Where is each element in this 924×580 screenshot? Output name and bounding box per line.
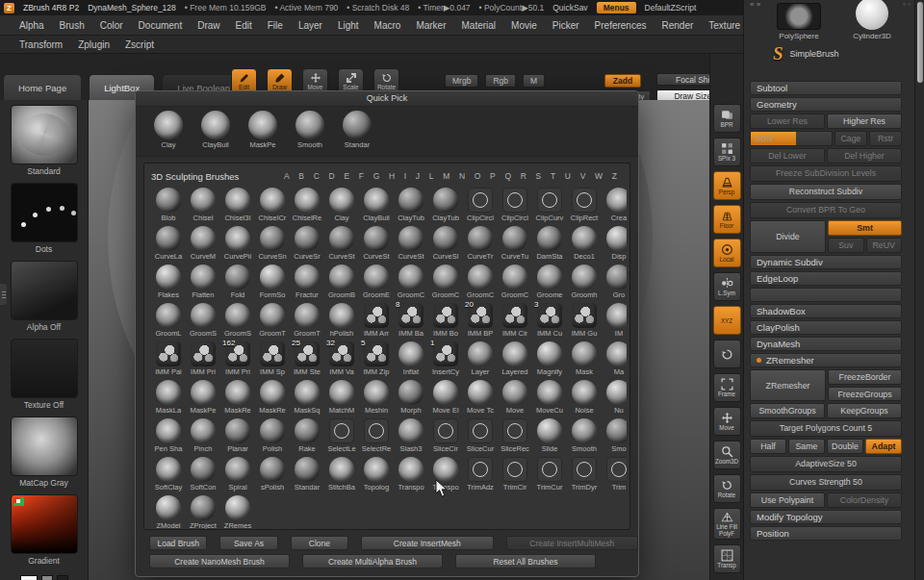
brush-curvetu[interactable]: CurveTu bbox=[498, 225, 532, 264]
view-rotate[interactable]: Rotate bbox=[713, 474, 741, 503]
swatch-gray[interactable] bbox=[41, 575, 53, 580]
brush-groomc[interactable]: GroomC bbox=[394, 264, 428, 302]
zadd-button[interactable]: Zadd bbox=[604, 74, 641, 88]
double-button[interactable]: Double bbox=[827, 439, 863, 454]
current-tool-item[interactable]: S SimpleBrush bbox=[773, 44, 839, 63]
button-clone[interactable]: Clone bbox=[291, 536, 348, 550]
brush-slash3[interactable]: Slash3 bbox=[394, 417, 428, 456]
brush-maskre[interactable]: MaskRe bbox=[255, 379, 290, 417]
brush-zmodel[interactable]: ZModel bbox=[151, 494, 186, 530]
rstr-button[interactable]: Rstr bbox=[869, 131, 902, 146]
brush-pen-sha[interactable]: Pen Sha bbox=[151, 417, 186, 456]
brush-cliprect[interactable]: ClipRect bbox=[567, 187, 602, 225]
brush-planar[interactable]: Planar bbox=[220, 417, 255, 456]
shelf-polysphere[interactable]: PolySphere bbox=[769, 3, 829, 40]
convert-bpr-button[interactable]: Convert BPR To Geo bbox=[750, 202, 902, 218]
brush-groomc[interactable]: GroomC bbox=[463, 264, 498, 302]
brush-clay[interactable]: Clay bbox=[147, 110, 190, 149]
brush-mask[interactable]: Mask bbox=[567, 340, 602, 379]
brush-claybuil[interactable]: ClayBuil bbox=[359, 187, 394, 225]
alphabet-letter-z[interactable]: Z bbox=[612, 171, 617, 181]
suv-button[interactable]: Suv bbox=[828, 238, 864, 253]
brush-slicecur[interactable]: SliceCur bbox=[463, 417, 498, 456]
alphabet-letter-v[interactable]: V bbox=[580, 171, 586, 181]
curves-strength-slider[interactable]: Curves Strength 50 bbox=[750, 474, 902, 491]
alphabet-letter-h[interactable]: H bbox=[389, 171, 395, 181]
brush-disp[interactable]: Disp bbox=[602, 225, 627, 264]
smt-button[interactable]: Smt bbox=[828, 220, 902, 236]
button-create-multialpha-brush[interactable]: Create MultiAlpha Brush bbox=[302, 554, 443, 568]
alphabet-letter-p[interactable]: P bbox=[490, 171, 496, 181]
brush-trimcir[interactable]: TrimCir bbox=[498, 456, 532, 494]
button-save-as[interactable]: Save As bbox=[219, 536, 277, 550]
brush-blob[interactable]: Blob bbox=[151, 187, 186, 225]
brush-imm-ba[interactable]: 8IMM Ba bbox=[394, 302, 428, 340]
alphabet-letter-w[interactable]: W bbox=[595, 171, 603, 181]
brush-grooms[interactable]: GroomS bbox=[220, 302, 255, 340]
lower-res-button[interactable]: Lower Res bbox=[750, 113, 825, 129]
brush-groomb[interactable]: GroomB bbox=[324, 264, 359, 302]
brush-clipcircl[interactable]: ClipCircl bbox=[463, 187, 498, 225]
view-move[interactable]: Move bbox=[713, 407, 741, 436]
brush-imm-cu[interactable]: 3IMM Cu bbox=[532, 302, 567, 340]
brush-groomh[interactable]: Groomh bbox=[567, 264, 602, 302]
tray-item-texture-off[interactable]: Texture Off bbox=[6, 339, 83, 411]
brush-matchm[interactable]: MatchM bbox=[324, 379, 359, 417]
swatch-white[interactable] bbox=[20, 575, 38, 580]
menu-material[interactable]: Material bbox=[454, 18, 504, 33]
alphabet-letter-c[interactable]: C bbox=[314, 171, 320, 181]
brush-layered[interactable]: Layered bbox=[498, 340, 532, 379]
adapt-button[interactable]: Adapt bbox=[865, 439, 902, 454]
keep-groups-button[interactable]: KeepGroups bbox=[827, 403, 902, 418]
menu-preferences[interactable]: Preferences bbox=[587, 18, 654, 33]
brush-smooth[interactable]: Smooth bbox=[289, 110, 331, 149]
menu-macro[interactable]: Macro bbox=[367, 18, 409, 33]
button-create-insertmultimesh[interactable]: Create InsertMultiMesh bbox=[506, 536, 639, 550]
freeze-subdivision-button[interactable]: Freeze SubDivision Levels bbox=[750, 165, 902, 182]
menus-toggle-button[interactable]: Menus bbox=[597, 2, 636, 13]
brush-flatten[interactable]: Flatten bbox=[186, 264, 220, 302]
shelf-cylinder3d[interactable]: Cylinder3D bbox=[842, 3, 902, 40]
brush-slicerec[interactable]: SliceRec bbox=[498, 417, 532, 456]
section-subtool[interactable]: Subtool bbox=[750, 81, 902, 95]
tray-item-alpha-off[interactable]: Alpha Off bbox=[6, 261, 83, 333]
menu-render[interactable]: Render bbox=[654, 18, 702, 33]
section-dynamic-subdiv[interactable]: Dynamic Subdiv bbox=[750, 255, 902, 269]
swatch-dark[interactable] bbox=[57, 575, 68, 580]
alphabet-letter-f[interactable]: F bbox=[359, 171, 364, 181]
menu-alpha[interactable]: Alpha bbox=[12, 18, 52, 33]
alphabet-letter-a[interactable]: A bbox=[284, 171, 290, 181]
brush-claytub[interactable]: ClayTub bbox=[394, 187, 428, 225]
brush-ma[interactable]: Ma bbox=[602, 340, 627, 379]
brush-flakes[interactable]: Flakes bbox=[151, 264, 186, 302]
brush-morph[interactable]: Morph bbox=[394, 379, 428, 417]
brush-meshin[interactable]: Meshin bbox=[359, 379, 394, 417]
view-line-fill-polyf[interactable]: Line Fill PolyF bbox=[713, 508, 741, 540]
window-dots-icon[interactable]: ◦ ◦ bbox=[903, 0, 911, 9]
brush-softcon[interactable]: SoftCon bbox=[186, 456, 220, 494]
scrollbar-thumb[interactable] bbox=[917, 2, 923, 83]
menu-texture[interactable]: Texture bbox=[701, 18, 748, 33]
brush-imm-gu[interactable]: IMM Gu bbox=[567, 302, 602, 340]
brush-curvesn[interactable]: CurveSn bbox=[255, 225, 290, 264]
brush-zremes[interactable]: ZRemes bbox=[220, 494, 255, 530]
menu-zplugin[interactable]: Zplugin bbox=[70, 38, 117, 52]
brush-move[interactable]: Move bbox=[498, 379, 532, 417]
brush-spolish[interactable]: sPolish bbox=[255, 456, 290, 494]
brush-imm-sp[interactable]: IMM Sp bbox=[255, 340, 290, 379]
section-shadowbox[interactable]: ShadowBox bbox=[750, 304, 902, 318]
alphabet-letter-j[interactable]: J bbox=[416, 171, 420, 181]
brush-smo[interactable]: Smo bbox=[602, 417, 627, 456]
brush-stitchba[interactable]: StitchBa bbox=[324, 456, 359, 494]
cage-button[interactable]: Cage bbox=[834, 131, 867, 146]
brush-imm-arr[interactable]: IMM Arr bbox=[359, 302, 394, 340]
brush-groome[interactable]: GroomE bbox=[359, 264, 394, 302]
button-reset-all-brushes[interactable]: Reset All Brushes bbox=[455, 554, 596, 568]
default-zscript-button[interactable]: DefaultZScript bbox=[645, 3, 697, 13]
del-higher-button[interactable]: Del Higher bbox=[827, 148, 902, 164]
view-transp[interactable]: Transp bbox=[713, 544, 741, 573]
tab-home-page[interactable]: Home Page bbox=[3, 74, 82, 100]
brush-curvesl[interactable]: CurveSl bbox=[428, 225, 463, 264]
freeze-border-button[interactable]: FreezeBorder bbox=[828, 369, 902, 385]
brush-topolog[interactable]: Topolog bbox=[359, 456, 394, 494]
